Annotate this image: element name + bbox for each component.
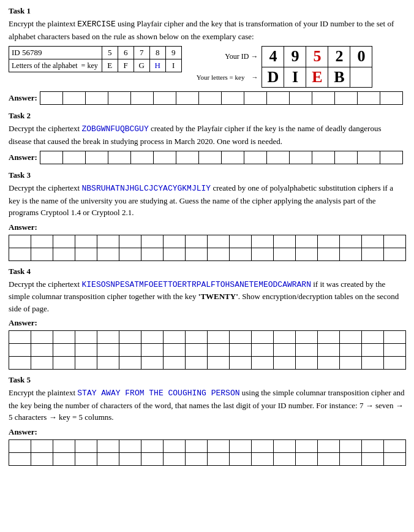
answer-cell[interactable] bbox=[273, 343, 296, 357]
answer-cell[interactable] bbox=[75, 248, 97, 261]
answer-cell[interactable] bbox=[221, 151, 244, 164]
answer-cell[interactable] bbox=[141, 235, 164, 248]
answer-cell[interactable] bbox=[229, 248, 252, 261]
answer-cell[interactable] bbox=[295, 356, 318, 370]
answer-cell[interactable] bbox=[266, 151, 290, 164]
answer-cell[interactable] bbox=[163, 439, 186, 453]
answer-cell[interactable] bbox=[273, 330, 296, 344]
answer-cell[interactable] bbox=[273, 235, 296, 248]
answer-cell[interactable] bbox=[295, 330, 318, 344]
answer-cell[interactable] bbox=[317, 356, 340, 370]
answer-cell[interactable] bbox=[97, 452, 119, 466]
answer-cell[interactable] bbox=[75, 235, 97, 248]
answer-cell[interactable] bbox=[40, 91, 63, 105]
answer-cell[interactable] bbox=[163, 248, 186, 261]
answer-cell[interactable] bbox=[163, 343, 186, 357]
answer-cell[interactable] bbox=[221, 91, 244, 105]
answer-cell[interactable] bbox=[251, 452, 274, 466]
answer-cell[interactable] bbox=[361, 452, 384, 466]
answer-cell[interactable] bbox=[9, 356, 31, 370]
answer-cell[interactable] bbox=[383, 356, 406, 370]
answer-cell[interactable] bbox=[229, 452, 252, 466]
answer-cell[interactable] bbox=[53, 356, 75, 370]
answer-cell[interactable] bbox=[53, 452, 75, 466]
answer-cell[interactable] bbox=[119, 439, 141, 453]
answer-cell[interactable] bbox=[53, 330, 75, 344]
answer-cell[interactable] bbox=[317, 452, 340, 466]
answer-cell[interactable] bbox=[185, 439, 208, 453]
answer-cell[interactable] bbox=[119, 343, 141, 357]
answer-cell[interactable] bbox=[334, 91, 358, 105]
answer-cell[interactable] bbox=[176, 91, 199, 105]
answer-cell[interactable] bbox=[251, 248, 274, 261]
answer-cell[interactable] bbox=[244, 151, 267, 164]
answer-cell[interactable] bbox=[163, 235, 186, 248]
answer-cell[interactable] bbox=[244, 91, 267, 105]
answer-cell[interactable] bbox=[383, 439, 406, 453]
answer-cell[interactable] bbox=[361, 356, 384, 370]
answer-cell[interactable] bbox=[312, 91, 335, 105]
answer-cell[interactable] bbox=[383, 343, 406, 357]
task1-answer-cells[interactable] bbox=[40, 91, 402, 105]
answer-cell[interactable] bbox=[251, 235, 274, 248]
answer-cell[interactable] bbox=[31, 452, 53, 466]
answer-cell[interactable] bbox=[31, 248, 53, 261]
answer-cell[interactable] bbox=[295, 343, 318, 357]
answer-cell[interactable] bbox=[361, 235, 384, 248]
answer-cell[interactable] bbox=[62, 91, 86, 105]
answer-cell[interactable] bbox=[357, 91, 380, 105]
answer-cell[interactable] bbox=[207, 248, 230, 261]
answer-cell[interactable] bbox=[185, 343, 208, 357]
answer-cell[interactable] bbox=[119, 248, 141, 261]
answer-cell[interactable] bbox=[31, 439, 53, 453]
answer-cell[interactable] bbox=[141, 356, 164, 370]
answer-cell[interactable] bbox=[266, 91, 290, 105]
answer-cell[interactable] bbox=[108, 151, 131, 164]
answer-cell[interactable] bbox=[40, 151, 63, 164]
answer-cell[interactable] bbox=[75, 439, 97, 453]
answer-cell[interactable] bbox=[9, 452, 31, 466]
answer-cell[interactable] bbox=[9, 343, 31, 357]
answer-cell[interactable] bbox=[185, 356, 208, 370]
answer-cell[interactable] bbox=[229, 439, 252, 453]
answer-cell[interactable] bbox=[108, 91, 131, 105]
answer-cell[interactable] bbox=[289, 91, 312, 105]
answer-cell[interactable] bbox=[141, 343, 164, 357]
answer-cell[interactable] bbox=[31, 343, 53, 357]
answer-cell[interactable] bbox=[317, 439, 340, 453]
answer-cell[interactable] bbox=[163, 356, 186, 370]
answer-cell[interactable] bbox=[207, 330, 230, 344]
answer-cell[interactable] bbox=[97, 439, 119, 453]
answer-cell[interactable] bbox=[295, 439, 318, 453]
answer-cell[interactable] bbox=[295, 248, 318, 261]
answer-cell[interactable] bbox=[207, 343, 230, 357]
answer-cell[interactable] bbox=[383, 452, 406, 466]
answer-cell[interactable] bbox=[198, 91, 222, 105]
answer-cell[interactable] bbox=[339, 356, 362, 370]
answer-cell[interactable] bbox=[163, 452, 186, 466]
answer-cell[interactable] bbox=[361, 248, 384, 261]
answer-cell[interactable] bbox=[361, 330, 384, 344]
answer-cell[interactable] bbox=[141, 248, 164, 261]
answer-cell[interactable] bbox=[75, 356, 97, 370]
answer-cell[interactable] bbox=[357, 151, 380, 164]
answer-cell[interactable] bbox=[119, 452, 141, 466]
answer-cell[interactable] bbox=[85, 151, 108, 164]
answer-cell[interactable] bbox=[53, 439, 75, 453]
answer-cell[interactable] bbox=[289, 151, 312, 164]
answer-cell[interactable] bbox=[361, 343, 384, 357]
answer-cell[interactable] bbox=[119, 356, 141, 370]
answer-cell[interactable] bbox=[251, 356, 274, 370]
answer-cell[interactable] bbox=[153, 151, 176, 164]
answer-cell[interactable] bbox=[75, 330, 97, 344]
answer-cell[interactable] bbox=[97, 356, 119, 370]
answer-cell[interactable] bbox=[75, 452, 97, 466]
answer-cell[interactable] bbox=[75, 343, 97, 357]
answer-cell[interactable] bbox=[9, 439, 31, 453]
answer-cell[interactable] bbox=[339, 439, 362, 453]
answer-cell[interactable] bbox=[273, 356, 296, 370]
answer-cell[interactable] bbox=[273, 452, 296, 466]
answer-cell[interactable] bbox=[273, 248, 296, 261]
answer-cell[interactable] bbox=[141, 452, 164, 466]
answer-cell[interactable] bbox=[185, 248, 208, 261]
